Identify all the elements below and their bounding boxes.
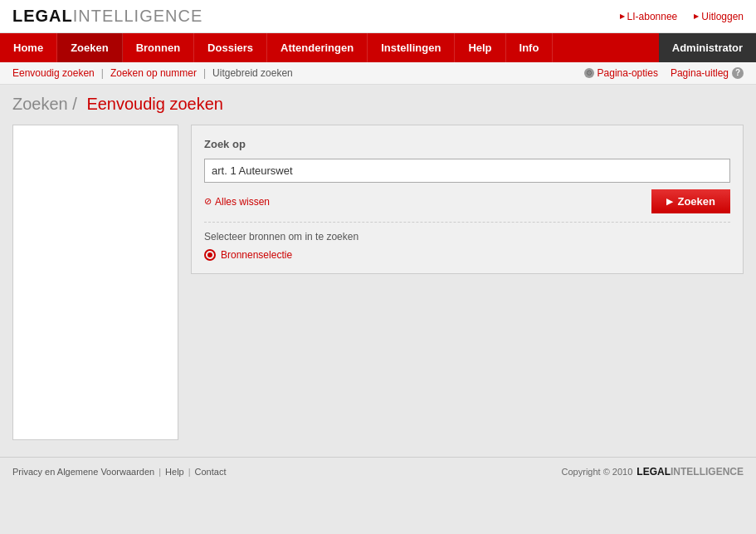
clear-icon: ⊘ (204, 196, 212, 207)
search-form-title: Zoek op (204, 138, 730, 150)
logo: LEGALINTELLIGENCE (12, 7, 202, 26)
page-title-highlight: Eenvoudig zoeken (86, 95, 223, 113)
nav-item-dossiers[interactable]: Dossiers (194, 33, 267, 62)
page-title-bar: Zoeken / Eenvoudig zoeken (0, 85, 756, 120)
search-button[interactable]: Zoeken (651, 189, 730, 213)
breadcrumb: Eenvoudig zoeken | Zoeken op nummer | Ui… (12, 67, 293, 79)
nav-item-help[interactable]: Help (455, 33, 505, 62)
page-title-prefix: Zoeken / (12, 95, 77, 113)
breadcrumb-bar: Eenvoudig zoeken | Zoeken op nummer | Ui… (0, 62, 756, 85)
nav-item-bronnen[interactable]: Bronnen (123, 33, 194, 62)
page-wrapper: LEGALINTELLIGENCE LI-abonnee Uitloggen H… (0, 0, 756, 534)
right-panel: Zoek op ⊘ Alles wissen Zoeken Selecteer … (191, 125, 744, 440)
help-icon: ? (732, 67, 744, 79)
top-bar: LEGALINTELLIGENCE LI-abonnee Uitloggen (0, 0, 756, 33)
pagina-uitleg-label: Pagina-uitleg (671, 67, 729, 79)
page-actions: ⚙ Pagina-opties Pagina-uitleg ? (584, 67, 744, 79)
logo-legal: LEGAL (12, 7, 73, 25)
breadcrumb-sep1: | (101, 67, 104, 79)
nav-item-home[interactable]: Home (0, 33, 57, 62)
gear-icon: ⚙ (584, 68, 594, 78)
footer-sep2: | (188, 467, 191, 477)
nav-item-attenderingen[interactable]: Attenderingen (267, 33, 368, 62)
footer-sep1: | (159, 467, 161, 477)
copyright: Copyright © 2010 LEGALINTELLIGENCE (562, 466, 744, 478)
nav-bar: Home Zoeken Bronnen Dossiers Attendering… (0, 33, 756, 62)
search-divider (204, 222, 730, 223)
source-label: Bronnenselectie (221, 249, 292, 261)
search-controls: ⊘ Alles wissen Zoeken (204, 189, 730, 213)
logout-link[interactable]: Uitloggen (694, 11, 744, 22)
clear-link[interactable]: ⊘ Alles wissen (204, 196, 270, 208)
clear-label: Alles wissen (215, 196, 270, 208)
breadcrumb-nummer[interactable]: Zoeken op nummer (110, 67, 197, 79)
source-selection[interactable]: Bronnenselectie (204, 249, 730, 261)
nav-item-zoeken[interactable]: Zoeken (57, 33, 123, 62)
privacy-link[interactable]: Privacy en Algemene Voorwaarden (12, 467, 154, 477)
nav-item-instellingen[interactable]: Instellingen (368, 33, 455, 62)
footer: Privacy en Algemene Voorwaarden | Help |… (0, 457, 756, 486)
pagina-uitleg-link[interactable]: Pagina-uitleg ? (671, 67, 744, 79)
source-text: Selecteer bronnen om in te zoeken (204, 231, 730, 243)
nav-item-administrator[interactable]: Administrator (659, 33, 756, 62)
search-form: Zoek op ⊘ Alles wissen Zoeken Selecteer … (191, 125, 744, 274)
radio-icon (204, 249, 216, 261)
logo-intelligence: INTELLIGENCE (73, 7, 202, 25)
copyright-text: Copyright © 2010 (562, 467, 633, 477)
footer-logo: LEGALINTELLIGENCE (637, 466, 744, 478)
main-content: Zoek op ⊘ Alles wissen Zoeken Selecteer … (0, 120, 756, 457)
top-links: LI-abonnee Uitloggen (620, 11, 744, 22)
nav-item-info[interactable]: Info (506, 33, 554, 62)
page-title: Zoeken / Eenvoudig zoeken (12, 95, 744, 114)
footer-links: Privacy en Algemene Voorwaarden | Help |… (12, 467, 226, 477)
breadcrumb-eenvoudig[interactable]: Eenvoudig zoeken (12, 67, 95, 79)
subscriber-link[interactable]: LI-abonnee (620, 11, 678, 22)
pagina-opties-label: Pagina-opties (597, 67, 658, 79)
pagina-opties-link[interactable]: ⚙ Pagina-opties (584, 67, 658, 79)
footer-logo-intelligence: INTELLIGENCE (671, 466, 744, 478)
breadcrumb-uitgebreid: Uitgebreid zoeken (212, 67, 293, 79)
left-panel (12, 125, 178, 440)
contact-link[interactable]: Contact (195, 467, 227, 477)
search-button-label: Zoeken (677, 195, 715, 208)
footer-logo-legal: LEGAL (637, 466, 671, 478)
breadcrumb-sep2: | (203, 67, 206, 79)
search-input[interactable] (204, 159, 730, 183)
footer-help-link[interactable]: Help (165, 467, 184, 477)
